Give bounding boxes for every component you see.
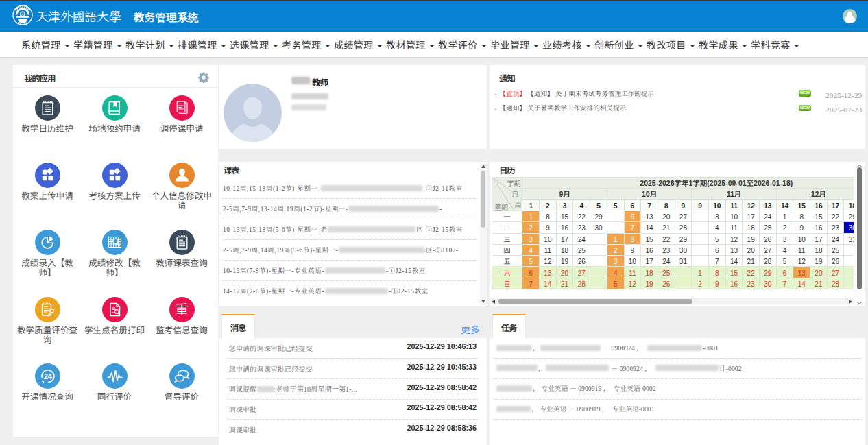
- svg-text:重: 重: [175, 298, 189, 318]
- svg-text:24: 24: [43, 372, 52, 381]
